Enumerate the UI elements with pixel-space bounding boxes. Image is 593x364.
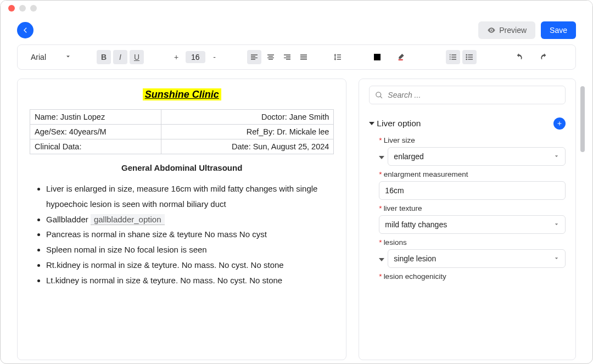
scrollbar-track[interactable] [580,86,585,306]
undo-button[interactable] [512,50,526,64]
enlargement-label: *enlargment measurement [379,170,566,178]
preview-label: Preview [499,26,527,35]
traffic-light-minimize[interactable] [19,5,26,12]
font-size-value[interactable]: 16 [186,51,205,63]
scrollbar-thumb[interactable] [580,86,585,152]
liver-size-label: *Liver size [379,136,566,144]
liver-texture-value: mild fatty changes [385,220,447,229]
gallbladder-placeholder[interactable]: gallbladder_option [91,214,165,225]
ordered-list-button[interactable] [446,50,460,64]
section-heading: General Abdominal Ultrasound [30,163,334,172]
liver-size-select[interactable]: enlarged [388,147,566,166]
cell-clinical-data: Clinical Data: [30,139,161,154]
chevron-down-icon [553,254,560,263]
save-button[interactable]: Save [541,21,576,39]
window: Preview Save Arial B I U + 16 - [0,0,593,364]
highlight-color-button[interactable] [394,50,409,64]
list-item: Liver is enlarged in size, measure 16cm … [46,181,334,212]
italic-button[interactable]: I [113,50,127,64]
font-size-decrease-button[interactable]: - [208,50,222,64]
text-color-button[interactable] [370,50,384,64]
redo-button[interactable] [537,50,551,64]
section-header: Liver option [369,117,566,132]
cell-age-sex: Age/Sex: 40years/M [30,125,161,139]
search-icon [375,91,383,99]
bold-button[interactable]: B [97,50,111,64]
enlargement-input[interactable]: 16cm [379,181,566,200]
list-item: Gallbladder gallbladder_option [46,212,334,227]
font-size-increase-button[interactable]: + [169,50,183,64]
table-row: Clinical Data: Date: Sun, August 25, 202… [30,139,334,154]
cell-name: Name: Justin Lopez [30,110,161,125]
lesions-value: single lesion [394,254,436,263]
titlebar [1,1,592,16]
unordered-list-button[interactable] [462,50,477,64]
options-side-pane: Liver option *Liver size enlarged *enlar [359,79,576,360]
section-title: Liver option [377,119,421,128]
chevron-down-icon [553,220,560,229]
list-item: Spleen nomal in size No focal lesion is … [46,242,334,257]
liver-size-value: enlarged [394,152,424,161]
align-left-button[interactable] [247,50,261,64]
font-family-select[interactable]: Arial [27,52,49,63]
table-row: Name: Justin Lopez Doctor: Jane Smith [30,110,334,125]
add-option-button[interactable] [553,117,566,130]
save-label: Save [550,26,567,35]
caret-down-icon[interactable] [369,122,374,125]
arrow-left-icon [21,26,29,34]
line-height-button[interactable] [331,50,345,64]
list-item: Rt.kidney is normal in size & teyture. N… [46,257,334,273]
clinic-title: Sunshine Clinic [30,89,334,100]
cell-doctor: Doctor: Jane Smith [161,110,334,125]
plus-icon [556,120,563,127]
align-right-button[interactable] [280,50,294,64]
eye-icon [487,26,496,35]
back-button[interactable] [17,22,33,38]
traffic-light-zoom[interactable] [30,5,37,12]
clinic-title-text: Sunshine Clinic [143,88,221,100]
findings-list: Liver is enlarged in size, measure 16cm … [30,181,334,288]
align-center-button[interactable] [264,50,278,64]
traffic-light-close[interactable] [8,5,15,12]
document-pane[interactable]: Sunshine Clinic Name: Justin Lopez Docto… [17,79,346,360]
list-item: Lt.kidney is normal in size & teyture. N… [46,273,334,288]
caret-down-icon[interactable] [379,258,384,261]
svg-point-0 [466,54,467,56]
lesions-label: *lesions [379,238,566,247]
item-prefix: Gallbladder [46,215,91,224]
svg-point-1 [466,57,467,58]
liver-texture-select[interactable]: mild fatty changes [379,215,566,234]
lesion-echogenicity-label: *lesion echogenicity [379,272,566,281]
patient-info-table: Name: Justin Lopez Doctor: Jane Smith Ag… [30,109,334,154]
svg-point-2 [466,59,467,60]
cell-ref-by: Ref_By: Dr. Mickale lee [161,125,334,139]
chevron-down-icon [553,152,560,161]
top-bar: Preview Save [1,16,592,44]
liver-texture-label: *liver texture [379,204,566,212]
caret-down-icon[interactable] [379,156,384,159]
editor-toolbar: Arial B I U + 16 - [17,44,576,70]
cell-date: Date: Sun, August 25, 2024 [161,139,334,154]
align-justify-button[interactable] [296,50,311,64]
table-row: Age/Sex: 40years/M Ref_By: Dr. Mickale l… [30,125,334,139]
chevron-down-icon[interactable] [65,53,71,61]
search-input-wrap[interactable] [369,86,566,104]
underline-button[interactable]: U [130,50,144,64]
lesions-select[interactable]: single lesion [388,249,566,268]
preview-button[interactable]: Preview [478,21,535,39]
search-input[interactable] [388,91,560,99]
list-item: Pancreas is normal in shane size & teytu… [46,227,334,242]
enlargement-value: 16cm [385,186,404,195]
